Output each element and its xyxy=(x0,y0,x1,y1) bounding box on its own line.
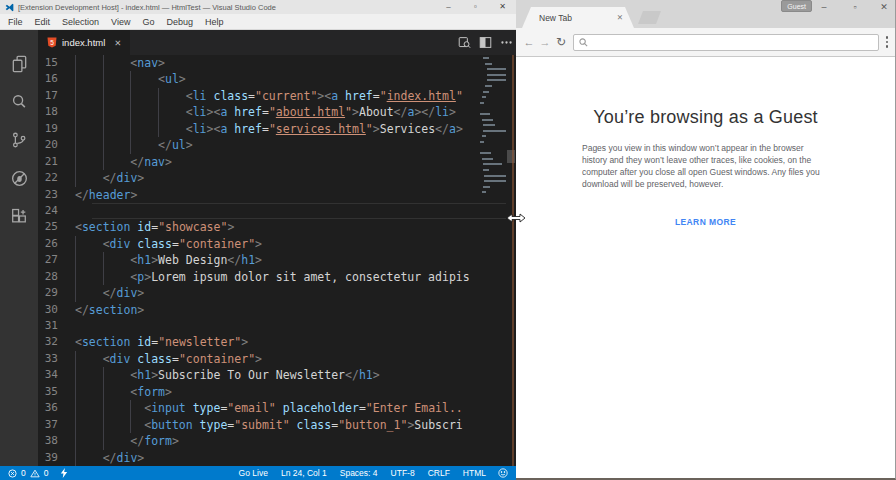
code-line-27[interactable]: 27<h1>Web Design</h1> xyxy=(38,252,516,268)
browser-maximize-button[interactable]: ▫ xyxy=(847,2,863,12)
code-line-26[interactable]: 26<div class="container"> xyxy=(38,236,516,252)
code-line-34[interactable]: 34<h1>Subscribe To Our Newsletter</h1> xyxy=(38,367,516,383)
line-number[interactable]: 38 xyxy=(38,433,75,449)
line-number[interactable]: 29 xyxy=(38,285,75,301)
menu-view[interactable]: View xyxy=(105,14,136,30)
menu-debug[interactable]: Debug xyxy=(160,14,199,30)
status-html[interactable]: HTML xyxy=(463,468,486,478)
search-icon[interactable] xyxy=(7,90,31,114)
code-line-39[interactable]: 39</div> xyxy=(38,450,516,466)
menu-help[interactable]: Help xyxy=(199,14,230,30)
status-ln-24-col-1[interactable]: Ln 24, Col 1 xyxy=(281,468,327,478)
line-number[interactable]: 39 xyxy=(38,450,75,466)
line-number[interactable]: 35 xyxy=(38,384,75,400)
bolt-icon[interactable] xyxy=(60,468,68,478)
status-spaces-4[interactable]: Spaces: 4 xyxy=(340,468,378,478)
extensions-icon[interactable] xyxy=(7,204,31,228)
minimap[interactable] xyxy=(480,55,506,200)
error-count[interactable]: 0 xyxy=(21,468,26,478)
code-line-24[interactable]: 24 xyxy=(38,203,516,219)
code-line-19[interactable]: 19<li><a href="services.html">Services</… xyxy=(38,121,516,137)
debug-icon[interactable] xyxy=(7,166,31,190)
code-line-30[interactable]: 30</section> xyxy=(38,302,516,318)
line-number[interactable]: 33 xyxy=(38,351,75,367)
menu-go[interactable]: Go xyxy=(136,14,160,30)
learn-more-link[interactable]: LEARN MORE xyxy=(675,217,736,227)
line-number[interactable]: 34 xyxy=(38,367,75,383)
status-utf-8[interactable]: UTF-8 xyxy=(391,468,415,478)
line-number[interactable]: 21 xyxy=(38,154,75,170)
explorer-icon[interactable] xyxy=(7,52,31,76)
tab-index-html[interactable]: 5 index.html ✕ xyxy=(38,30,130,55)
code-line-16[interactable]: 16<ul> xyxy=(38,71,516,87)
code-line-38[interactable]: 38</form> xyxy=(38,433,516,449)
status-crlf[interactable]: CRLF xyxy=(428,468,450,478)
line-number[interactable]: 22 xyxy=(38,170,75,186)
warnings-icon[interactable] xyxy=(30,469,40,478)
code-line-35[interactable]: 35<form> xyxy=(38,384,516,400)
warning-count[interactable]: 0 xyxy=(44,468,49,478)
line-number[interactable]: 17 xyxy=(38,88,75,104)
line-number[interactable]: 18 xyxy=(38,104,75,120)
code-line-29[interactable]: 29</div> xyxy=(38,285,516,301)
line-number[interactable]: 20 xyxy=(38,137,75,153)
code-line-17[interactable]: 17<li class="current"><a href="index.htm… xyxy=(38,88,516,104)
menu-file[interactable]: File xyxy=(2,14,29,30)
address-bar[interactable] xyxy=(573,34,879,51)
status-go-live[interactable]: Go Live xyxy=(239,468,268,478)
line-number[interactable]: 31 xyxy=(38,318,75,334)
split-editor-icon[interactable] xyxy=(479,36,492,49)
code-line-18[interactable]: 18<li><a href="about.html">About</a></li… xyxy=(38,104,516,120)
refresh-button[interactable]: ↻ xyxy=(553,36,569,48)
line-number[interactable]: 16 xyxy=(38,71,75,87)
browser-tab-close-icon[interactable]: ✕ xyxy=(617,13,623,22)
vscode-minimize-button[interactable]: – xyxy=(435,0,462,14)
menu-edit[interactable]: Edit xyxy=(29,14,57,30)
code-line-23[interactable]: 23</header> xyxy=(38,187,516,203)
address-input[interactable] xyxy=(592,36,878,49)
browser-close-button[interactable]: ✕ xyxy=(876,2,892,12)
browser-menu-icon[interactable] xyxy=(886,36,889,48)
code-line-36[interactable]: 36<input type="email" placeholder="Enter… xyxy=(38,400,516,416)
line-number[interactable]: 28 xyxy=(38,269,75,285)
line-number[interactable]: 19 xyxy=(38,121,75,137)
code-line-32[interactable]: 32<section id="newsletter"> xyxy=(38,334,516,350)
guest-profile-badge[interactable]: Guest xyxy=(781,0,812,12)
line-number[interactable]: 27 xyxy=(38,252,75,268)
code-line-20[interactable]: 20</ul> xyxy=(38,137,516,153)
vscode-close-button[interactable]: ✕ xyxy=(489,0,516,14)
line-number[interactable]: 30 xyxy=(38,302,75,318)
code-line-25[interactable]: 25<section id="showcase"> xyxy=(38,219,516,235)
code-line-37[interactable]: 37<button type="submit" class="button_1"… xyxy=(38,417,516,433)
browser-minimize-button[interactable]: – xyxy=(816,2,832,12)
line-number[interactable]: 32 xyxy=(38,334,75,350)
code-line-21[interactable]: 21</nav> xyxy=(38,154,516,170)
more-actions-icon[interactable] xyxy=(500,36,513,49)
feedback-smiley-icon[interactable] xyxy=(498,468,508,478)
vscode-maximize-button[interactable]: ▫ xyxy=(462,0,489,14)
line-number[interactable]: 25 xyxy=(38,219,75,235)
line-number[interactable]: 15 xyxy=(38,55,75,71)
line-number[interactable]: 24 xyxy=(38,203,75,219)
source-control-icon[interactable] xyxy=(7,128,31,152)
line-number[interactable]: 23 xyxy=(38,187,75,203)
forward-button[interactable]: → xyxy=(537,37,553,48)
line-number[interactable]: 36 xyxy=(38,400,75,416)
code-line-15[interactable]: 15<nav> xyxy=(38,55,516,71)
code-line-22[interactable]: 22</div> xyxy=(38,170,516,186)
menu-selection[interactable]: Selection xyxy=(56,14,105,30)
back-button[interactable]: ← xyxy=(521,37,537,48)
code-text: </header> xyxy=(75,187,516,203)
browser-tab-new-tab[interactable]: New Tab ✕ xyxy=(522,7,634,28)
line-number[interactable]: 26 xyxy=(38,236,75,252)
errors-icon[interactable] xyxy=(8,469,17,478)
tab-close-icon[interactable]: ✕ xyxy=(114,38,121,48)
line-number[interactable]: 37 xyxy=(38,417,75,433)
new-tab-button[interactable] xyxy=(638,11,661,24)
code-editor[interactable]: 15<nav>16<ul>17<li class="current"><a hr… xyxy=(38,55,516,466)
editor-scrollbar[interactable] xyxy=(506,55,516,466)
code-line-28[interactable]: 28<p>Lorem ipsum dolor sit amet, consect… xyxy=(38,269,516,285)
code-line-31[interactable]: 31 xyxy=(38,318,516,334)
code-line-33[interactable]: 33<div class="container"> xyxy=(38,351,516,367)
open-preview-icon[interactable] xyxy=(458,36,471,49)
